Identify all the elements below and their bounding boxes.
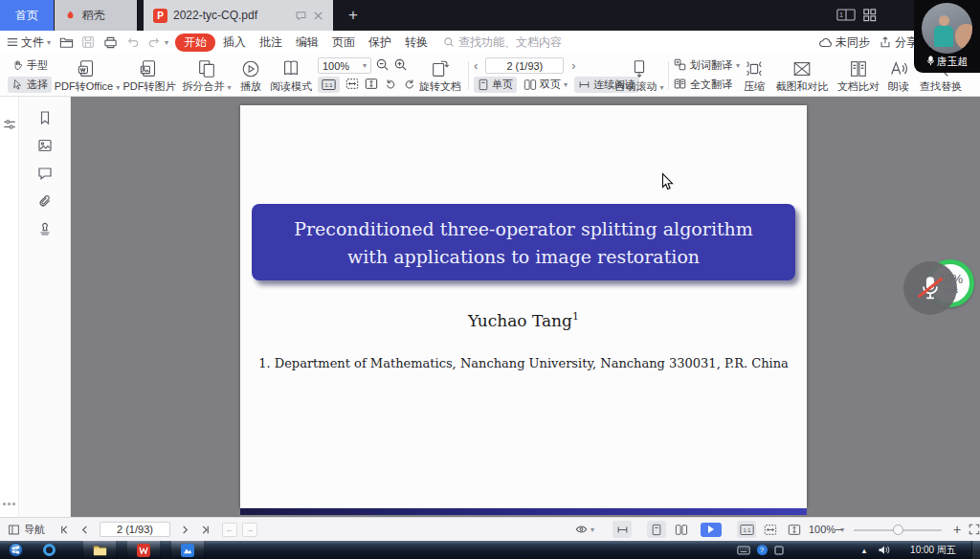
- word-translate-button[interactable]: 划词翻译 ▾: [674, 57, 740, 74]
- seal-icon[interactable]: [37, 221, 53, 236]
- toolbar-page-input[interactable]: [485, 57, 564, 74]
- fit-width-icon[interactable]: [345, 78, 359, 92]
- prev-page-icon-status[interactable]: [79, 525, 90, 535]
- tray-volume-icon[interactable]: [875, 541, 892, 559]
- menu-start[interactable]: 开始: [175, 31, 215, 54]
- fullscreen-button[interactable]: [969, 518, 980, 541]
- redo-button[interactable]: [147, 31, 161, 54]
- share-button[interactable]: 分享: [879, 31, 918, 54]
- zoom-select[interactable]: 100%▾: [318, 57, 371, 74]
- muted-mic-button[interactable]: [903, 261, 957, 315]
- fit-width-status-icon[interactable]: [761, 521, 780, 538]
- toolbar-options-icon[interactable]: ▾: [165, 31, 168, 54]
- taskbar-browser-icon[interactable]: [33, 541, 65, 559]
- rotate-document-button[interactable]: 旋转文档: [417, 56, 463, 94]
- mouse-cursor: [661, 172, 675, 195]
- attachments-icon[interactable]: [37, 193, 53, 209]
- tray-help-icon[interactable]: ?: [754, 541, 769, 559]
- zoom-plus-button[interactable]: +: [953, 518, 961, 541]
- sync-status[interactable]: 未同步: [818, 31, 870, 54]
- split-merge-button[interactable]: 拆分合并 ▾: [180, 56, 234, 94]
- fit-page-icon[interactable]: [365, 78, 378, 92]
- hand-tool-button[interactable]: 手型: [8, 57, 52, 74]
- actual-size-button[interactable]: 1:1: [318, 77, 340, 93]
- screenshot-compare-button[interactable]: 截图和对比: [773, 56, 831, 94]
- document-viewport[interactable]: Preconditioned three-operator splitting …: [71, 97, 980, 517]
- app-grid-icon[interactable]: [862, 8, 877, 22]
- navigation-toggle[interactable]: 导航: [8, 518, 45, 541]
- tab-comment-icon[interactable]: [295, 10, 307, 22]
- select-tool-button[interactable]: 选择: [8, 77, 52, 93]
- taskbar-wps-icon[interactable]: [126, 541, 161, 559]
- taskbar-clock[interactable]: 10:00 周五: [900, 541, 967, 559]
- single-page-mode-button[interactable]: [647, 521, 666, 538]
- fit-page-status-icon[interactable]: [785, 521, 804, 538]
- pdf-to-image-button[interactable]: PDF转图片: [122, 56, 176, 94]
- next-page-icon[interactable]: ›: [571, 59, 575, 72]
- zoom-slider-knob[interactable]: [893, 525, 903, 535]
- menu-insert[interactable]: 插入: [223, 31, 246, 54]
- taskbar-meeting-icon[interactable]: [170, 541, 205, 559]
- read-mode-button[interactable]: 阅读模式: [268, 56, 314, 94]
- meeting-stat-widget[interactable]: 70% 5K/s: [903, 255, 980, 322]
- presenter-video-overlay[interactable]: 唐玉超: [914, 0, 980, 73]
- command-search[interactable]: [443, 31, 566, 54]
- tray-keyboard-icon[interactable]: [735, 541, 752, 559]
- status-page-input[interactable]: [100, 522, 170, 537]
- workspace-icon[interactable]: 1: [836, 8, 856, 22]
- command-search-input[interactable]: [458, 35, 566, 49]
- first-page-icon[interactable]: [59, 525, 70, 535]
- eye-protect-button[interactable]: ▾: [574, 518, 594, 541]
- undo-button[interactable]: [126, 31, 140, 54]
- tab-document[interactable]: P 2022-tyc-CQ.pdf: [144, 0, 333, 31]
- tray-expand-icon[interactable]: ▴: [858, 541, 871, 559]
- menu-annotate[interactable]: 批注: [259, 31, 282, 54]
- save-button[interactable]: [81, 31, 95, 54]
- zoom-out-icon[interactable]: [375, 57, 390, 74]
- panel-settings-icon[interactable]: [3, 118, 16, 135]
- zoom-minus-button[interactable]: −: [835, 518, 842, 541]
- full-translate-button[interactable]: 全文翻译: [674, 77, 740, 93]
- next-page-icon-status[interactable]: [180, 525, 190, 535]
- menu-edit[interactable]: 编辑: [296, 31, 319, 54]
- prev-page-icon[interactable]: ‹: [474, 59, 478, 72]
- slideshow-play-button[interactable]: [701, 523, 722, 537]
- play-button[interactable]: 播放: [237, 56, 264, 94]
- continuous-mode-button[interactable]: [612, 521, 632, 538]
- double-page-mode-button[interactable]: [672, 521, 691, 538]
- rotate-cw-icon[interactable]: [403, 78, 416, 92]
- start-button[interactable]: [2, 541, 29, 559]
- show-desktop-button[interactable]: [971, 541, 980, 559]
- menu-convert[interactable]: 转换: [405, 31, 428, 54]
- print-button[interactable]: [103, 31, 118, 54]
- last-page-icon[interactable]: [200, 525, 211, 535]
- select-tool-label: 选择: [27, 78, 48, 92]
- pdf-to-office-button[interactable]: PDF转Office ▾: [56, 56, 119, 94]
- taskbar-explorer-icon[interactable]: [82, 541, 117, 559]
- compress-button[interactable]: 压缩: [739, 56, 769, 94]
- tray-app-icon[interactable]: [771, 541, 787, 559]
- forward-view-button[interactable]: →: [242, 523, 257, 537]
- open-button[interactable]: [59, 31, 74, 54]
- actual-size-status-button[interactable]: 1:1: [737, 521, 756, 538]
- menu-protect[interactable]: 保护: [368, 31, 391, 54]
- new-tab-button[interactable]: +: [341, 0, 366, 31]
- comments-icon[interactable]: [37, 166, 53, 181]
- zoom-in-icon[interactable]: [393, 57, 408, 74]
- bookmarks-icon[interactable]: [37, 110, 53, 125]
- single-page-button[interactable]: 单页: [474, 77, 517, 93]
- rotate-ccw-icon[interactable]: [384, 78, 397, 92]
- tab-home[interactable]: 首页: [0, 0, 54, 31]
- tab-docer[interactable]: 稻壳: [55, 0, 137, 31]
- back-view-button[interactable]: ←: [222, 523, 237, 537]
- file-menu[interactable]: 文件 ▾: [7, 31, 51, 54]
- status-zoom-value[interactable]: 100%: [809, 524, 835, 535]
- menu-page[interactable]: 页面: [332, 31, 355, 54]
- doc-compare-button[interactable]: 文档比对: [835, 56, 882, 94]
- tab-close-icon[interactable]: [313, 11, 323, 21]
- thumbnails-icon[interactable]: [37, 138, 53, 153]
- auto-scroll-button[interactable]: 自动滚动 ▾: [614, 56, 664, 94]
- more-options-icon[interactable]: [3, 503, 15, 505]
- read-aloud-button[interactable]: 朗读: [886, 56, 911, 94]
- double-page-button[interactable]: 双页 ▾: [520, 77, 571, 93]
